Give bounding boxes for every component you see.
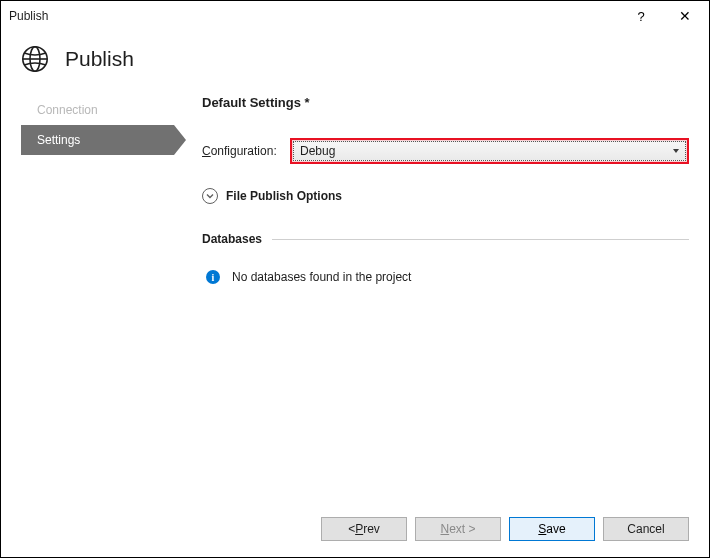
databases-label: Databases	[202, 232, 262, 246]
databases-info-row: i No databases found in the project	[202, 270, 689, 284]
sidenav-item-label: Connection	[37, 103, 98, 117]
configuration-dropdown[interactable]: Debug	[293, 141, 686, 161]
cancel-button[interactable]: Cancel	[603, 517, 689, 541]
save-button[interactable]: Save	[509, 517, 595, 541]
databases-section-header: Databases	[202, 232, 689, 246]
settings-panel: Default Settings * Configuration: Debug …	[174, 95, 689, 284]
file-publish-options-expander[interactable]: File Publish Options	[202, 188, 689, 204]
configuration-row: Configuration: Debug	[202, 138, 689, 164]
sidenav-item-label: Settings	[37, 133, 80, 147]
dialog-footer: < Prev Next > Save Cancel	[321, 517, 689, 541]
close-icon: ✕	[679, 8, 691, 24]
globe-icon	[21, 45, 49, 73]
dialog-header: Publish	[1, 31, 709, 95]
window-title: Publish	[9, 9, 619, 23]
sidenav-item-settings[interactable]: Settings	[21, 125, 174, 155]
prev-button[interactable]: < Prev	[321, 517, 407, 541]
titlebar: Publish ? ✕	[1, 1, 709, 31]
configuration-value: Debug	[300, 144, 335, 158]
info-icon: i	[206, 270, 220, 284]
chevron-down-icon	[202, 188, 218, 204]
configuration-label: Configuration:	[202, 144, 290, 158]
next-button: Next >	[415, 517, 501, 541]
divider	[272, 239, 689, 240]
side-nav: Connection Settings	[21, 95, 174, 284]
sidenav-item-connection[interactable]: Connection	[21, 95, 174, 125]
section-title: Default Settings *	[202, 95, 689, 110]
close-button[interactable]: ✕	[663, 1, 707, 31]
help-icon: ?	[637, 9, 644, 24]
page-title: Publish	[65, 47, 134, 71]
databases-info-text: No databases found in the project	[232, 270, 411, 284]
expander-label: File Publish Options	[226, 189, 342, 203]
help-button[interactable]: ?	[619, 1, 663, 31]
configuration-highlight: Debug	[290, 138, 689, 164]
content-area: Connection Settings Default Settings * C…	[1, 95, 709, 284]
